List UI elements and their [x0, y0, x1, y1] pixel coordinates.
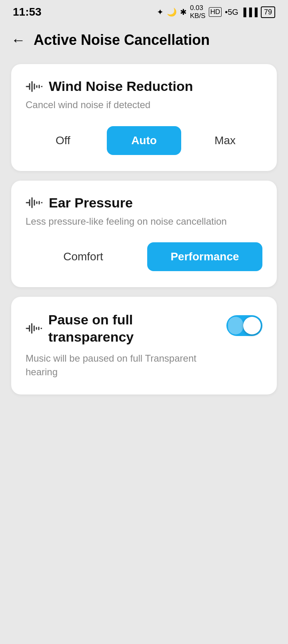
page-title: Active Noise Cancellation [34, 32, 210, 48]
pause-transparency-toggle[interactable] [226, 315, 262, 336]
pause-transparency-row: Pause on full transparency Music will be… [26, 311, 262, 378]
wind-noise-auto-button[interactable]: Auto [107, 126, 182, 155]
ear-pressure-icon [26, 195, 42, 210]
status-icons: ✦ 🌙 ✱ 0.03KB/S HD •5G ▐▐▐ 79 [157, 4, 275, 20]
status-bar: 11:53 ✦ 🌙 ✱ 0.03KB/S HD •5G ▐▐▐ 79 [0, 0, 288, 24]
data-speed: 0.03KB/S [190, 4, 206, 20]
pause-transparency-title: Pause on full transparency [48, 311, 217, 345]
ear-pressure-subtitle: Less pressure-like feeling on noise canc… [26, 215, 262, 228]
ear-pressure-options: Comfort Performance [26, 242, 262, 271]
pause-transparency-header: Pause on full transparency [26, 311, 217, 345]
toggle-track [228, 317, 243, 334]
pause-transparency-subtitle: Music will be paused on full Transparent… [26, 352, 217, 378]
signal-icon: •5G ▐▐▐ [225, 8, 258, 17]
pause-transparency-icon [26, 321, 42, 336]
nfc-icon: ✦ [157, 7, 164, 17]
wind-noise-icon [26, 79, 42, 94]
wind-noise-card: Wind Noise Reduction Cancel wind noise i… [11, 64, 277, 171]
ear-pressure-card: Ear Pressure Less pressure-like feeling … [11, 181, 277, 288]
page-header: ← Active Noise Cancellation [0, 24, 288, 56]
back-button[interactable]: ← [11, 33, 26, 47]
cards-container: Wind Noise Reduction Cancel wind noise i… [0, 56, 288, 402]
wind-noise-options: Off Auto Max [26, 126, 262, 155]
pause-transparency-card: Pause on full transparency Music will be… [11, 297, 277, 394]
ear-pressure-title: Ear Pressure [49, 195, 133, 211]
wind-noise-max-button[interactable]: Max [188, 126, 262, 155]
ear-pressure-comfort-button[interactable]: Comfort [26, 242, 141, 271]
pause-transparency-text: Pause on full transparency Music will be… [26, 311, 226, 378]
wind-noise-off-button[interactable]: Off [26, 126, 100, 155]
battery-indicator: 79 [261, 6, 275, 18]
wind-noise-header: Wind Noise Reduction [26, 78, 262, 94]
bluetooth-icon: ✱ [180, 7, 187, 17]
wind-noise-title: Wind Noise Reduction [49, 78, 193, 94]
ear-pressure-performance-button[interactable]: Performance [147, 242, 262, 271]
toggle-knob [243, 317, 261, 334]
hd-icon: HD [209, 7, 222, 17]
wind-noise-subtitle: Cancel wind noise if detected [26, 98, 262, 112]
ear-pressure-header: Ear Pressure [26, 195, 262, 211]
bottom-area [0, 402, 288, 635]
moon-icon: 🌙 [167, 7, 177, 17]
status-time: 11:53 [13, 6, 42, 18]
